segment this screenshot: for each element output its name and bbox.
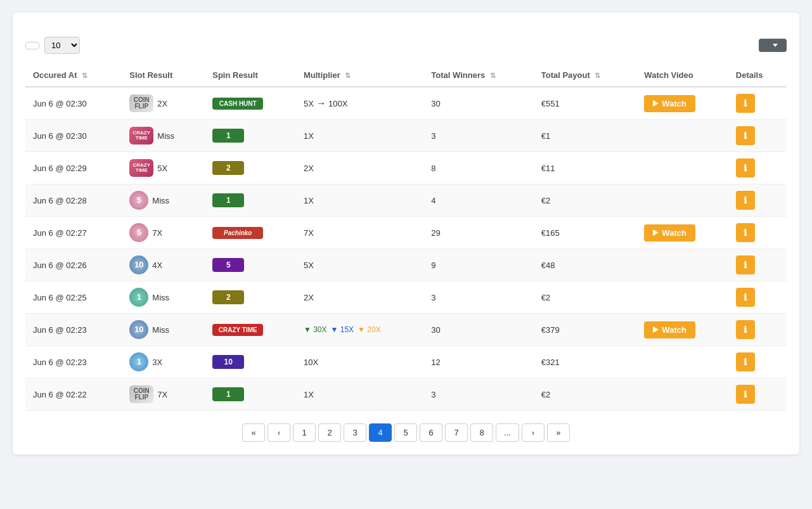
pagination-page-4[interactable]: 4 — [369, 423, 392, 442]
cell-watch-video — [636, 152, 728, 184]
details-info-button[interactable]: ℹ — [736, 94, 755, 113]
cell-total-payout: €165 — [534, 217, 637, 249]
pagination-last[interactable]: » — [547, 423, 570, 442]
pagination-next[interactable]: › — [522, 423, 545, 442]
details-info-button[interactable]: ℹ — [736, 288, 755, 307]
col-details: Details — [728, 64, 787, 87]
cell-total-winners: 3 — [423, 120, 533, 152]
multiplier-value: 5X → 100X — [304, 98, 348, 109]
play-icon — [653, 100, 659, 106]
cell-total-payout: €379 — [534, 314, 637, 346]
details-info-button[interactable]: ℹ — [736, 385, 755, 404]
cell-watch-video — [636, 249, 728, 281]
cell-watch-video: Watch — [636, 314, 728, 346]
details-info-button[interactable]: ℹ — [736, 191, 755, 210]
watch-button[interactable]: Watch — [644, 95, 695, 112]
cell-occurred-at: Jun 6 @ 02:23 — [25, 346, 122, 378]
pagination-page-7[interactable]: 7 — [445, 423, 468, 442]
cell-details: ℹ — [728, 281, 787, 314]
slot-10-icon: 10 — [129, 255, 148, 274]
table-header-row: Occured At ⇅ Slot Result Spin Result Mul… — [25, 64, 787, 87]
details-info-button[interactable]: ℹ — [736, 255, 755, 274]
pagination-page-5[interactable]: 5 — [394, 423, 417, 442]
spins-per-page-label — [25, 42, 39, 49]
cell-total-winners: 3 — [423, 281, 533, 314]
cell-spin-result: 10 — [205, 346, 296, 378]
col-total-payout: Total Payout ⇅ — [534, 64, 637, 87]
pagination-page-6[interactable]: 6 — [420, 423, 442, 442]
sort-icon: ⇅ — [82, 72, 87, 80]
cell-slot-result: 10 4X — [122, 249, 205, 281]
col-multiplier: Multiplier ⇅ — [296, 64, 423, 87]
slot-5-icon: 5 — [129, 223, 148, 242]
pagination-page-3[interactable]: 3 — [344, 423, 366, 442]
cell-total-payout: €2 — [534, 378, 637, 411]
pagination-ellipsis: ... — [496, 423, 519, 442]
cell-spin-result: 2 — [205, 281, 296, 314]
details-info-button[interactable]: ℹ — [736, 320, 755, 339]
cell-spin-result: 2 — [205, 152, 296, 184]
cell-multiplier: 7X — [296, 217, 423, 249]
cell-total-winners: 4 — [423, 184, 533, 217]
table-row: Jun 6 @ 02:25 1 Miss 2 2X 3 €2 ℹ — [25, 281, 787, 314]
details-info-button[interactable]: ℹ — [736, 352, 755, 371]
spin-result-number: 1 — [212, 193, 244, 207]
filters-button[interactable] — [759, 39, 787, 52]
slot-value: 5X — [157, 164, 167, 173]
cell-watch-video — [636, 184, 728, 217]
slot-value: 7X — [157, 390, 167, 399]
cell-spin-result: 1 — [205, 378, 296, 411]
details-info-button[interactable]: ℹ — [736, 158, 755, 177]
col-total-winners: Total Winners ⇅ — [423, 64, 533, 87]
pagination-page-1[interactable]: 1 — [293, 423, 316, 442]
cell-multiplier: 1X — [296, 378, 423, 411]
cell-slot-result: 1 3X — [122, 346, 205, 378]
slot-5-icon: 5 — [129, 191, 148, 210]
spin-result-number: 1 — [212, 129, 244, 143]
cell-total-payout: €2 — [534, 184, 637, 217]
cell-total-winners: 8 — [423, 152, 533, 184]
table-row: Jun 6 @ 02:29 CRAZYTIME 5X 2 2X 8 €11 ℹ — [25, 152, 787, 184]
cell-spin-result: 1 — [205, 184, 296, 217]
pagination-prev[interactable]: ‹ — [267, 423, 290, 442]
details-info-button[interactable]: ℹ — [736, 223, 755, 242]
col-watch-video: Watch Video — [636, 64, 728, 87]
slot-value: 3X — [152, 358, 162, 367]
multiplier-value: 10X — [304, 358, 318, 367]
cell-spin-result: 5 — [205, 249, 296, 281]
slot-value: 2X — [157, 99, 167, 108]
cell-slot-result: 1 Miss — [122, 281, 205, 314]
cell-total-payout: €551 — [534, 87, 637, 120]
cell-occurred-at: Jun 6 @ 02:23 — [25, 314, 122, 346]
page-container: 10 25 50 100 Occured At ⇅ Slot Result Sp… — [13, 13, 799, 454]
slot-value: 4X — [152, 261, 162, 270]
table-row: Jun 6 @ 02:27 5 7X Pachinko 7X 29 €165 W… — [25, 217, 787, 249]
multiplier-tri-part: ▼ 30X — [304, 325, 327, 334]
slot-value: 7X — [152, 228, 162, 238]
multiplier-tri-part: ▼ 20X — [358, 325, 381, 334]
watch-button[interactable]: Watch — [644, 321, 695, 338]
pagination-first[interactable]: « — [242, 423, 265, 442]
multiplier-value: 5X — [304, 261, 314, 270]
multiplier-value: 2X — [304, 293, 314, 302]
cell-spin-result: 1 — [205, 120, 296, 152]
cell-total-payout: €48 — [534, 249, 637, 281]
spin-result-pachinko: Pachinko — [212, 227, 263, 239]
pagination-page-2[interactable]: 2 — [318, 423, 341, 442]
cell-total-payout: €1 — [534, 120, 637, 152]
cell-watch-video — [636, 281, 728, 314]
spins-per-page-select[interactable]: 10 25 50 100 — [44, 37, 80, 54]
col-slot-result: Slot Result — [122, 64, 205, 87]
cell-watch-video: Watch — [636, 87, 728, 120]
watch-button[interactable]: Watch — [644, 224, 695, 242]
details-info-button[interactable]: ℹ — [736, 126, 755, 145]
cell-details: ℹ — [728, 87, 787, 120]
cell-details: ℹ — [728, 346, 787, 378]
cell-multiplier: 1X — [296, 184, 423, 217]
cell-multiplier: 2X — [296, 152, 423, 184]
cell-total-winners: 9 — [423, 249, 533, 281]
play-icon — [653, 229, 659, 236]
pagination-page-8[interactable]: 8 — [470, 423, 493, 442]
cell-spin-result: CRAZY TIME — [205, 314, 296, 346]
cell-occurred-at: Jun 6 @ 02:29 — [25, 152, 122, 184]
